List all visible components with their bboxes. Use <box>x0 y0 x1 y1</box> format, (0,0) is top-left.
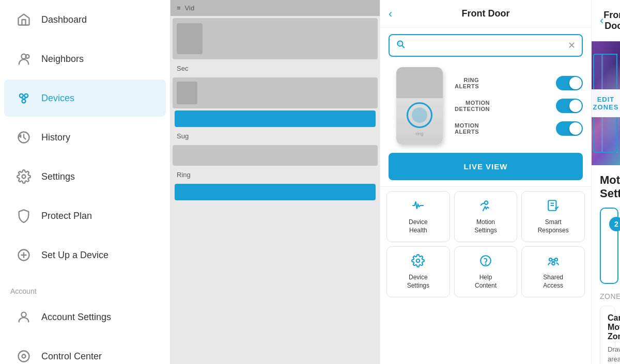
ring-alerts-knob <box>569 77 582 89</box>
grid-item-device-settings[interactable]: DeviceSettings <box>386 246 450 297</box>
sidebar-label-dashboard: Dashboard <box>41 14 87 25</box>
sidebar-label-neighbors: Neighbors <box>41 54 84 65</box>
svg-line-16 <box>402 45 405 48</box>
sidebar-item-history[interactable]: History <box>4 119 166 156</box>
sidebar-label-protect-plan: Protect Plan <box>41 211 92 221</box>
account-icon <box>14 308 33 326</box>
device-image: ring <box>396 67 443 145</box>
protect-icon <box>14 207 33 225</box>
device-grid: DeviceHealth MotionSettings <box>380 186 591 302</box>
shared-access-label: SharedAccess <box>543 274 563 290</box>
svg-point-12 <box>21 312 26 317</box>
middle-sec-label: Sec <box>171 61 380 75</box>
right-back-button[interactable]: ‹ <box>600 14 603 27</box>
device-title: Front Door <box>462 8 510 19</box>
right-panel: ‹ Front Door ✦ / EDIT ZONES Motion Setti… <box>592 0 620 364</box>
grid-item-smart-responses[interactable]: SmartResponses <box>521 191 585 242</box>
svg-point-1 <box>26 55 29 58</box>
motion-settings-section: Motion Settings 2 Make motion detection … <box>592 165 620 364</box>
middle-sug-label: Sug <box>171 129 380 143</box>
svg-point-18 <box>485 201 488 204</box>
shared-icon <box>547 254 560 271</box>
motion-alerts-label: MOTIONALERTS <box>455 122 479 135</box>
motion-icon <box>479 199 492 215</box>
ring-alerts-toggle[interactable] <box>556 76 583 90</box>
sidebar: Dashboard Neighbors Devices <box>0 0 171 364</box>
middle-panel: ≡ Vid Sec Sug Ring <box>171 0 380 364</box>
sidebar-label-devices: Devices <box>41 93 74 104</box>
home-icon <box>14 10 33 29</box>
motion-settings-title: Motion Settings <box>600 173 612 200</box>
sidebar-item-settings[interactable]: Settings <box>4 158 166 195</box>
control-icon <box>14 347 33 364</box>
sidebar-item-neighbors[interactable]: Neighbors <box>4 40 166 77</box>
live-view-button[interactable]: LIVE VIEW <box>389 153 583 180</box>
device-image-area: ring <box>389 67 451 145</box>
motion-detection-knob <box>569 100 582 112</box>
sidebar-label-history: History <box>41 132 70 143</box>
device-back-button[interactable]: ‹ <box>389 7 392 21</box>
sidebar-item-control-center[interactable]: Control Center <box>4 338 166 364</box>
middle-top-label: ≡ <box>177 4 181 12</box>
toggle-row-motion-alerts: MOTIONALERTS <box>455 121 583 136</box>
svg-point-26 <box>554 258 557 261</box>
device-ring-inner <box>412 107 427 123</box>
motion-alerts-toggle[interactable] <box>556 121 583 136</box>
device-panel: ‹ Front Door ✕ ring RINGALERTS <box>380 0 592 364</box>
search-clear-button[interactable]: ✕ <box>568 40 576 51</box>
settings-icon <box>14 167 33 186</box>
sidebar-item-dashboard[interactable]: Dashboard <box>4 1 166 38</box>
camera-zones-desc: Draw areas on the camera view to watch f… <box>608 344 620 364</box>
history-icon <box>14 128 33 147</box>
search-bar[interactable]: ✕ <box>389 34 583 57</box>
tip-card: 2 Make motion detection work for you. <box>600 208 618 284</box>
tip-number: 2 <box>609 217 620 231</box>
device-settings-label: DeviceSettings <box>407 274 429 290</box>
camera-zones-info: Camera Motion Zones Draw areas on the ca… <box>608 313 620 364</box>
zones-section-label: Zones <box>600 292 612 300</box>
sidebar-label-settings: Settings <box>41 171 75 182</box>
svg-point-25 <box>549 258 552 261</box>
grid-item-shared-access[interactable]: SharedAccess <box>521 246 585 297</box>
svg-line-6 <box>24 98 26 100</box>
svg-point-24 <box>485 264 486 264</box>
grid-item-motion-settings[interactable]: MotionSettings <box>454 191 518 242</box>
device-top <box>396 67 443 98</box>
right-header: ‹ Front Door ✦ / <box>592 0 620 41</box>
svg-point-17 <box>398 43 400 44</box>
device-header: ‹ Front Door <box>380 0 591 28</box>
sidebar-item-devices[interactable]: Devices <box>4 80 166 117</box>
camera-view: EDIT ZONES <box>592 41 620 165</box>
device-ring <box>407 102 432 128</box>
sidebar-item-account-settings[interactable]: Account Settings <box>4 298 166 336</box>
camera-zones-card[interactable]: Camera Motion Zones Draw areas on the ca… <box>600 306 615 364</box>
grid-item-help-content[interactable]: HelpContent <box>454 246 518 297</box>
toggle-row-motion-detection: MOTIONDETECTION <box>455 99 583 113</box>
camera-zones-title: Camera Motion Zones <box>608 313 620 341</box>
motion-detection-toggle[interactable] <box>556 99 583 113</box>
grid-item-device-health[interactable]: DeviceHealth <box>386 191 450 242</box>
svg-point-13 <box>19 351 29 362</box>
smart-icon <box>547 199 560 215</box>
health-icon <box>411 199 425 215</box>
svg-point-8 <box>22 175 26 179</box>
device-health-label: DeviceHealth <box>409 218 428 234</box>
add-icon <box>14 246 33 264</box>
sidebar-item-protect-plan[interactable]: Protect Plan <box>4 197 166 234</box>
sidebar-item-setup[interactable]: Set Up a Device <box>4 236 166 274</box>
people-icon <box>14 50 33 68</box>
sidebar-label-control-center: Control Center <box>41 351 102 362</box>
ring-alerts-label: RINGALERTS <box>455 77 479 89</box>
account-section-label: Account <box>0 283 170 297</box>
device-brand: ring <box>415 131 423 136</box>
edit-zones-button[interactable]: EDIT ZONES <box>592 89 620 117</box>
middle-ring-label: Ring <box>171 168 380 182</box>
toggles-area: RINGALERTS MOTIONDETECTION MOTIONALERTS <box>451 76 583 136</box>
search-icon <box>396 39 406 52</box>
gear-icon <box>411 254 425 271</box>
devices-icon <box>14 89 33 107</box>
motion-settings-label: MotionSettings <box>474 218 497 234</box>
device-main: ring RINGALERTS MOTIONDETECTION MOTIONAL… <box>380 63 591 149</box>
right-title: Front Door <box>603 10 620 31</box>
help-content-label: HelpContent <box>475 274 497 290</box>
